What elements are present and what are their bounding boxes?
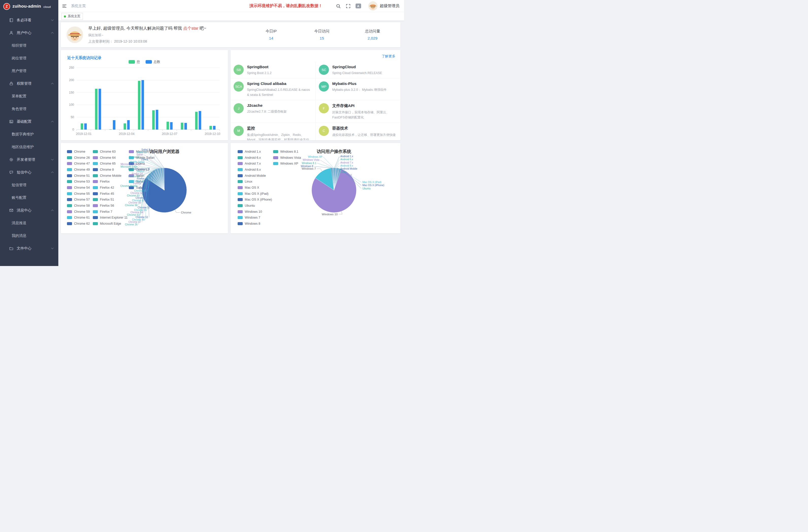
legend-item-Chrome 63[interactable]: Chrome 63 (93, 149, 128, 155)
legend-item-Chrome Mobile[interactable]: Chrome Mobile (93, 173, 128, 179)
legend-item-Firefox 7[interactable]: Firefox 7 (93, 209, 128, 215)
tab-home[interactable]: 系统主页 (61, 13, 83, 20)
legend-item-Windows 8[interactable]: Windows 8 (238, 221, 272, 227)
legend-item-Windows Vista[interactable]: Windows Vista (273, 155, 301, 161)
legend-item-Android Mobile[interactable]: Android Mobile (238, 173, 272, 179)
bar-您-2019-12-04[interactable] (124, 124, 126, 130)
legend-item-Windows 7[interactable]: Windows 7 (238, 215, 272, 221)
bar-您-2019-12-03[interactable] (109, 129, 112, 130)
legend-item-Chrome 54[interactable]: Chrome 54 (67, 185, 90, 191)
pie-slice-Ubuntu[interactable] (334, 169, 341, 190)
sidebar-item-0[interactable]: 务必详看 (0, 14, 58, 26)
legend-item-Chrome 51[interactable]: Chrome 51 (67, 173, 90, 179)
sidebar-item-1[interactable]: 用户中心 (0, 26, 58, 39)
legend-item-Chrome[interactable]: Chrome (67, 149, 90, 155)
sidebar-subitem-1[interactable]: 账号配置 (0, 191, 58, 204)
tech-item-F[interactable]: F文件存储API封装文件接口，实现本地存储、阿里云、FastDFS存储的配置化 (315, 100, 401, 123)
legend-item-Chrome 58[interactable]: Chrome 58 (67, 203, 90, 209)
sidebar-subitem-1[interactable]: 我的消息 (0, 229, 58, 242)
tech-item-SCA[interactable]: SCASpring Cloud alibabaSpringCloudAlibab… (231, 78, 315, 100)
legend-item-Mac OS X (iPad)[interactable]: Mac OS X (iPad) (238, 191, 272, 197)
font-size-icon[interactable]: A (355, 3, 361, 8)
legend-item-Opera 12[interactable]: Opera 12 (129, 167, 162, 173)
pie-slice-Android 7.x[interactable] (334, 168, 336, 190)
legend-item-Firefox[interactable]: Firefox (93, 179, 128, 185)
legend-item-Mac OS X (iPhone)[interactable]: Mac OS X (iPhone) (238, 197, 272, 203)
sidebar-subitem-0[interactable]: 短信管理 (0, 179, 58, 191)
bar-您-2019-12-07[interactable] (167, 122, 169, 130)
sidebar-subitem-0[interactable]: 数据字典维护 (0, 128, 58, 141)
bar-总数-2019-12-10[interactable] (213, 126, 216, 130)
legend-item-Chrome 53[interactable]: Chrome 53 (67, 179, 90, 185)
legend-item-Microsoft Edge[interactable]: Microsoft Edge (93, 221, 128, 227)
tech-item-J[interactable]: JJ2cacheJ2cache2.7.8: 二级缓存框架 (231, 100, 315, 123)
app-logo[interactable]: Z zuihou-admin cloud (0, 0, 58, 13)
sidebar-subitem-0[interactable]: 消息推送 (0, 217, 58, 229)
tech-item-SB[interactable]: SBSpringBootSpring Boot 2.1.2 (231, 61, 315, 78)
legend-item-Windows 8.1[interactable]: Windows 8.1 (273, 149, 301, 155)
pie-slice-Safari[interactable] (162, 168, 164, 190)
bar-legend-item-0[interactable]: 您 (129, 60, 140, 64)
bar-总数-2019-12-02[interactable] (99, 89, 101, 130)
legend-item-Firefox 51[interactable]: Firefox 51 (93, 197, 128, 203)
tech-item-M[interactable]: M监控集成SpringBootAdmin、Zipkin、Redis、Mysql、… (231, 123, 315, 140)
legend-item-Chrome 61[interactable]: Chrome 61 (67, 215, 90, 221)
legend-item-Opera[interactable]: Opera (129, 161, 162, 167)
bar-您-2019-12-05[interactable] (138, 81, 141, 130)
pie-slice-Mac OS X[interactable] (334, 168, 339, 190)
bar-总数-2019-12-08[interactable] (184, 123, 187, 130)
legend-item-Chrome 26[interactable]: Chrome 26 (67, 155, 90, 161)
pie-slice-Android Mobile[interactable] (334, 168, 337, 190)
pie-slice-Windows 8[interactable] (331, 168, 334, 190)
sidebar-subitem-1[interactable]: 岗位管理 (0, 52, 58, 65)
legend-item-Safari[interactable]: Safari (129, 173, 162, 179)
bar-总数-2019-12-03[interactable] (113, 120, 115, 130)
sidebar-subitem-0[interactable]: 组织管理 (0, 39, 58, 52)
sidebar-item-6[interactable]: 消息中心 (0, 204, 58, 217)
pie-slice-Safari 9[interactable] (164, 168, 164, 190)
legend-item-Mobile Safari[interactable]: Mobile Safari (129, 155, 162, 161)
legend-item-Android 7.x[interactable]: Android 7.x (238, 161, 272, 167)
sidebar-item-7[interactable]: 文件中心 (0, 242, 58, 255)
legend-item-Chrome 49[interactable]: Chrome 49 (67, 167, 90, 173)
bar-您-2019-12-01[interactable] (81, 124, 83, 130)
sidebar-item-4[interactable]: 开发者管理 (0, 153, 58, 166)
star-link[interactable]: 点个star (183, 26, 199, 31)
sidebar-item-2[interactable]: 权限管理 (0, 77, 58, 90)
pie-slice-Windows 7[interactable] (315, 168, 334, 190)
bar-总数-2019-12-09[interactable] (199, 111, 201, 130)
pie-slice-Opera 12[interactable] (162, 168, 164, 190)
legend-item-Firefox 42[interactable]: Firefox 42 (93, 185, 128, 191)
bar-总数-2019-12-06[interactable] (156, 110, 158, 130)
legend-item-Linux[interactable]: Linux (238, 179, 272, 185)
legend-item-Android 8.x[interactable]: Android 8.x (238, 167, 272, 173)
bar-您-2019-12-02[interactable] (95, 89, 98, 130)
bar-总数-2019-12-07[interactable] (170, 122, 173, 130)
bar-您-2019-12-06[interactable] (152, 110, 155, 130)
breadcrumb[interactable]: 系统主页 (71, 3, 86, 8)
pie-slice-Windows 8.1[interactable] (332, 168, 334, 190)
pie-slice-Safari 11[interactable] (163, 168, 164, 190)
bar-您-2019-12-10[interactable] (209, 126, 212, 130)
legend-item-Windows XP[interactable]: Windows XP (273, 161, 301, 167)
sidebar-subitem-1[interactable]: 地区信息维护 (0, 141, 58, 153)
bar-总数-2019-12-01[interactable] (84, 124, 87, 130)
legend-item-Chrome 65[interactable]: Chrome 65 (93, 161, 128, 167)
fullscreen-icon[interactable] (346, 3, 351, 8)
avatar[interactable] (368, 1, 378, 11)
tech-item-MP[interactable]: MPMybatis-PlusMybatis-plus 3.2.0： Mybati… (315, 78, 401, 100)
legend-item-Chrome 55[interactable]: Chrome 55 (67, 191, 90, 197)
learn-more-link[interactable]: 了解更多 (382, 54, 396, 59)
legend-item-Chrome 64[interactable]: Chrome 64 (93, 155, 128, 161)
legend-item-Chrome 8[interactable]: Chrome 8 (93, 167, 128, 173)
sidebar-subitem-0[interactable]: 菜单配置 (0, 90, 58, 103)
legend-item-Chrome 59[interactable]: Chrome 59 (67, 209, 90, 215)
legend-item-Safari 11[interactable]: Safari 11 (129, 179, 162, 185)
sidebar-subitem-1[interactable]: 角色管理 (0, 103, 58, 115)
tech-item-SC[interactable]: SCSpringCloudSpring Cloud Greenwich.RELE… (315, 61, 401, 78)
sidebar-toggle-icon[interactable] (62, 3, 67, 8)
legend-item-Windows 10[interactable]: Windows 10 (238, 209, 272, 215)
bar-您-2019-12-09[interactable] (195, 112, 198, 130)
pie-slice-Android 8.x[interactable] (334, 168, 337, 190)
bar-总数-2019-12-05[interactable] (142, 80, 144, 130)
